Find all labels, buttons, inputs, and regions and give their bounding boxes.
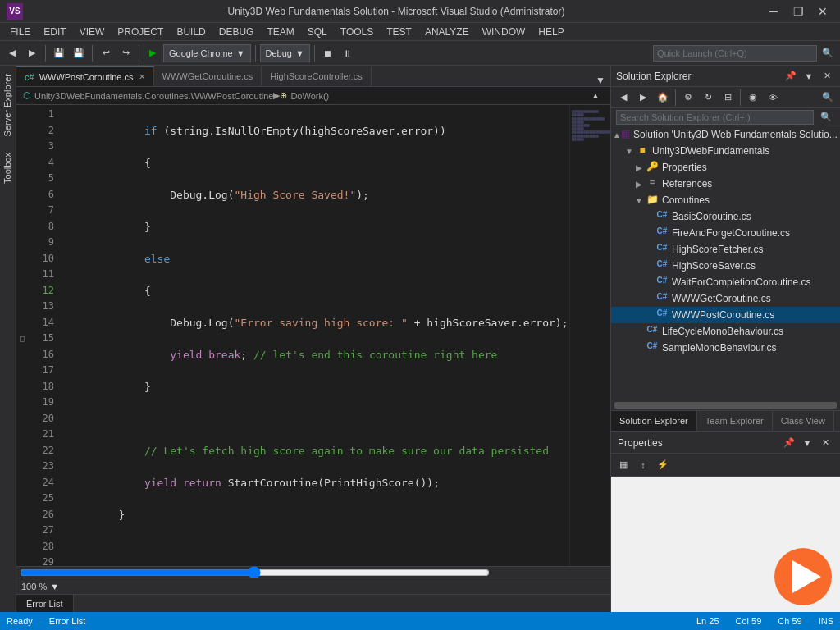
tree-basiccoroutine[interactable]: C# BasicCoroutine.cs	[611, 208, 840, 225]
tab-overflow-button[interactable]: ▼	[591, 75, 610, 86]
sol-properties[interactable]: ⚙	[679, 89, 697, 107]
save-button[interactable]: 💾	[50, 44, 68, 62]
sol-home[interactable]: 🏠	[654, 89, 672, 107]
undo-button[interactable]: ↩	[97, 44, 115, 62]
tree-waitforcompletion[interactable]: C# WaitForCompletionCoroutine.cs	[611, 274, 840, 290]
properties-arrow: ▶	[632, 163, 646, 172]
menu-window[interactable]: WINDOW	[476, 23, 532, 41]
tree-references[interactable]: ▶ ≡ References	[611, 176, 840, 192]
properties-toolbar: ▦ ↕ ⚡	[611, 454, 840, 477]
tab-close-wwwpost[interactable]: ✕	[139, 72, 145, 81]
horizontal-scrollbar[interactable]	[20, 569, 490, 576]
forward-button[interactable]: ▶	[23, 44, 41, 62]
close-button[interactable]: ✕	[812, 3, 833, 20]
tree-coroutines[interactable]: ▼ 📁 Coroutines	[611, 192, 840, 208]
wwwget-icon: C#	[655, 292, 669, 305]
tree-highscoresaver[interactable]: C# HighScoreSaver.cs	[611, 258, 840, 274]
code-editor[interactable]: □ 1 2 3 4 5 6 7 8 9 10 11	[16, 105, 610, 566]
solution-explorer-panel: Solution Explorer 📌 ▼ ✕ ◀ ▶ 🏠 ⚙ ↻ ⊟ ◉ 👁	[611, 66, 840, 431]
menu-sql[interactable]: SQL	[301, 23, 334, 41]
toolbar-sep-5	[314, 45, 315, 62]
editor-scroll-up[interactable]: ▲	[587, 88, 604, 104]
sol-forward[interactable]: ▶	[634, 89, 652, 107]
redo-button[interactable]: ↪	[116, 44, 135, 62]
menu-edit[interactable]: EDIT	[37, 23, 72, 41]
back-button[interactable]: ◀	[3, 44, 21, 62]
properties-filter-btn[interactable]: ⚡	[654, 456, 672, 474]
menu-file[interactable]: FILE	[3, 23, 37, 41]
menu-build[interactable]: BUILD	[170, 23, 212, 41]
zoom-bar: 100 % ▼	[16, 578, 610, 594]
tree-lifecycle[interactable]: C# LifeCycleMonoBehaviour.cs	[611, 323, 840, 340]
zoom-dropdown-icon[interactable]: ▼	[50, 582, 59, 591]
tree-scrollbar[interactable]	[614, 402, 837, 409]
toolbox-tab[interactable]: Toolbox	[0, 144, 16, 192]
toolbar-sep-1	[45, 45, 46, 62]
waitfor-arrow	[642, 278, 655, 287]
properties-sort-btn[interactable]: ↕	[634, 456, 652, 474]
sol-filter[interactable]: ◉	[744, 89, 762, 107]
status-col: Col 59	[736, 616, 762, 626]
menu-analyze[interactable]: ANALYZE	[418, 23, 476, 41]
menu-tools[interactable]: TOOLS	[334, 23, 380, 41]
sol-collapse[interactable]: ⊟	[719, 89, 737, 107]
tree-highscorefetcher[interactable]: C# HighScoreFetcher.cs	[611, 241, 840, 258]
tab-wwwpostcoroutine[interactable]: c# WWWPostCoroutine.cs ✕	[16, 66, 154, 86]
editor-tab-bar: c# WWWPostCoroutine.cs ✕ WWWGetCoroutine…	[16, 66, 610, 87]
sol-tab-team-explorer[interactable]: Team Explorer	[697, 411, 773, 431]
tree-samplemono[interactable]: C# SampleMonoBehaviour.cs	[611, 340, 840, 356]
tree-project[interactable]: ▼ ■ Unity3DWebFundamentals	[611, 143, 840, 159]
browser-dropdown[interactable]: Google Chrome ▼	[163, 44, 251, 62]
quick-launch-input[interactable]	[653, 45, 817, 62]
stop-button[interactable]: ⏹	[319, 44, 337, 62]
panel-dropdown-button[interactable]: ▼	[801, 68, 817, 84]
pin-button[interactable]: 📌	[783, 68, 799, 84]
properties-grid-btn[interactable]: ▦	[614, 456, 632, 474]
properties-dropdown-button[interactable]: ▼	[799, 435, 815, 451]
solution-search-input[interactable]	[616, 110, 814, 125]
save-all-button[interactable]: 💾	[70, 44, 88, 62]
tab-wwwgetcoroutine[interactable]: WWWGetCoroutine.cs	[154, 66, 262, 86]
menu-view[interactable]: VIEW	[73, 23, 112, 41]
lifecycle-icon: C#	[646, 325, 659, 338]
code-content[interactable]: if (string.IsNullOrEmpty(highScoreSaver.…	[61, 105, 569, 566]
menu-project[interactable]: PROJECT	[111, 23, 170, 41]
config-dropdown[interactable]: Debug ▼	[260, 44, 310, 62]
status-bar: Ready Error List Ln 25 Col 59 Ch 59 INS	[0, 612, 840, 630]
line-numbers: 1 2 3 4 5 6 7 8 9 10 11 12 13 14	[28, 105, 61, 566]
tree-properties[interactable]: ▶ 🔑 Properties	[611, 159, 840, 176]
server-explorer-tab[interactable]: Server Explorer	[0, 66, 16, 144]
properties-pin-button[interactable]: 📌	[781, 435, 797, 451]
menu-debug[interactable]: DEBUG	[212, 23, 261, 41]
menu-team[interactable]: TEAM	[260, 23, 300, 41]
sol-view[interactable]: 👁	[764, 89, 782, 107]
minimize-button[interactable]: ─	[763, 3, 784, 20]
tree-wwwpost[interactable]: C# WWWPostCoroutine.cs	[611, 307, 840, 323]
maximize-button[interactable]: ❐	[788, 3, 809, 20]
menu-test[interactable]: TEST	[380, 23, 418, 41]
menu-help[interactable]: HELP	[532, 23, 570, 41]
editor-minimap: ██████████████████ ████████ ████████████…	[569, 105, 610, 566]
ps-play-icon	[792, 560, 821, 593]
panel-close-button[interactable]: ✕	[819, 68, 835, 84]
sol-tab-solution-explorer[interactable]: Solution Explorer	[611, 411, 697, 431]
error-list-tab[interactable]: Error List	[16, 595, 74, 613]
tree-fireforget[interactable]: C# FireAndForgetCoroutine.cs	[611, 225, 840, 241]
tree-solution[interactable]: ▲ ▦ Solution 'Unity3D Web Fundamentals S…	[611, 126, 840, 143]
project-icon: ■	[636, 144, 649, 158]
sol-tab-class-view[interactable]: Class View	[773, 411, 834, 431]
tree-wwwget[interactable]: C# WWWGetCoroutine.cs	[611, 290, 840, 307]
quick-launch-search-icon[interactable]: 🔍	[819, 44, 837, 62]
tab-highscorecontroller[interactable]: HighScoreController.cs	[262, 66, 372, 86]
properties-close-button[interactable]: ✕	[817, 435, 833, 451]
coroutines-icon: 📁	[646, 194, 659, 207]
start-button[interactable]: ▶	[144, 44, 162, 62]
sol-search[interactable]: 🔍	[819, 89, 837, 107]
sol-refresh[interactable]: ↻	[699, 89, 717, 107]
sol-back[interactable]: ◀	[614, 89, 632, 107]
pause-button[interactable]: ⏸	[339, 44, 357, 62]
solution-search-go[interactable]: 🔍	[817, 108, 835, 126]
status-errorlist[interactable]: Error List	[49, 616, 86, 626]
samplemono-arrow	[632, 344, 646, 353]
solution-search-bar: 🔍	[611, 108, 840, 126]
